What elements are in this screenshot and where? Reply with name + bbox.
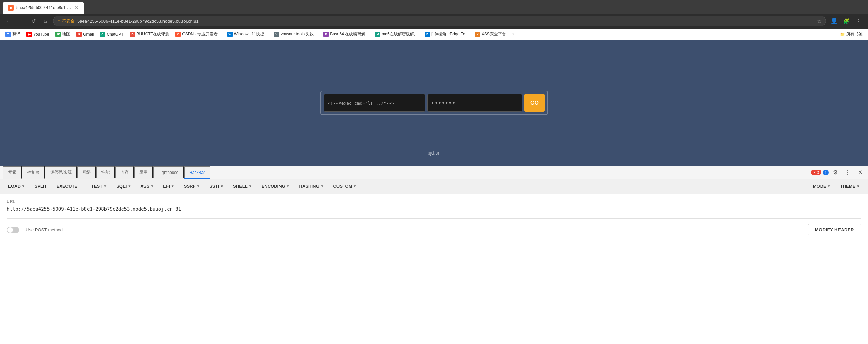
gmail-favicon: G — [76, 32, 82, 37]
hackbar-custom-btn[interactable]: CUSTOM ▼ — [329, 182, 361, 191]
edge-favicon: E — [425, 32, 430, 37]
go-btn[interactable]: GO — [524, 94, 545, 112]
nav-actions: 👤 🧩 ⋮ — [829, 16, 864, 26]
bookmark-ditu[interactable]: 🗺 地图 — [53, 30, 73, 38]
translate-favicon: T — [5, 32, 11, 37]
tab-hackbar[interactable]: HackBar — [184, 166, 210, 179]
hackbar-ssrf-btn[interactable]: SSRF ▼ — [180, 182, 204, 191]
cmd-input[interactable]: <!--#exec cmd="ls ../"--> — [324, 94, 425, 112]
devtools-more-btn[interactable]: ⋮ — [842, 167, 853, 178]
tab-network[interactable]: 网络 — [77, 166, 96, 179]
modify-header-btn[interactable]: MODIFY HEADER — [808, 224, 861, 235]
tab-close-btn[interactable]: ✕ — [75, 5, 79, 11]
hackbar-xss-btn[interactable]: XSS ▼ — [136, 182, 158, 191]
devtools-settings-btn[interactable]: ⚙ — [830, 167, 841, 178]
hackbar-right: MODE ▼ THEME ▼ — [805, 182, 864, 191]
youtube-favicon: ▶ — [26, 32, 32, 37]
more-bookmarks-label: » — [512, 32, 515, 37]
info-badge: 1 — [823, 170, 829, 175]
bookmark-allbookmarks[interactable]: 📁 所有书签 — [837, 30, 865, 38]
csdn-favicon: C — [175, 32, 181, 37]
bookmark-csdn[interactable]: C CSDN - 专业开发者... — [173, 30, 224, 38]
address-bar[interactable]: ⚠ 不安全 5aea4255-5009-411e-b8e1-298b79c2dc… — [53, 16, 826, 26]
theme-arrow-icon: ▼ — [856, 184, 860, 188]
hackbar-ssti-btn[interactable]: SSTI ▼ — [205, 182, 228, 191]
hashing-arrow-icon: ▼ — [321, 184, 324, 188]
more-btn[interactable]: ⋮ — [853, 16, 864, 26]
hackbar-encoding-btn[interactable]: ENCODING ▼ — [257, 182, 294, 191]
bookmark-xss-label: XSS安全平台 — [482, 31, 506, 37]
ditu-favicon: 🗺 — [55, 32, 61, 37]
toolbar-separator-2 — [806, 182, 806, 191]
bookmark-csdn-label: CSDN - 专业开发者... — [182, 31, 221, 37]
chatgpt-favicon: C — [100, 32, 105, 37]
bookmark-vmware[interactable]: V vmware tools 失效... — [271, 30, 320, 38]
bookmark-xss[interactable]: X XSS安全平台 — [472, 30, 509, 38]
sqli-arrow-icon: ▼ — [128, 184, 131, 188]
tab-favicon: B — [8, 5, 14, 11]
bookmark-gmail[interactable]: G Gmail — [74, 30, 96, 38]
hackbar-hashing-btn[interactable]: HASHING ▼ — [295, 182, 328, 191]
address-text: 5aea4255-5009-411e-b8e1-298b79c2dc53.nod… — [77, 19, 814, 24]
reload-btn[interactable]: ↺ — [28, 16, 38, 26]
folder-icon: 📁 — [840, 32, 845, 37]
hackbar-execute-btn[interactable]: EXECUTE — [53, 182, 81, 191]
hackbar-lfi-btn[interactable]: LFI ▼ — [159, 182, 178, 191]
bookmark-chatgpt-label: ChatGPT — [107, 32, 124, 37]
page-footer: bjd.cn — [428, 150, 440, 156]
tab-lighthouse[interactable]: Lighthouse — [153, 166, 184, 179]
shell-arrow-icon: ▼ — [249, 184, 252, 188]
password-input[interactable]: ••••••• — [427, 94, 522, 112]
hackbar-shell-btn[interactable]: SHELL ▼ — [229, 182, 256, 191]
tab-sources[interactable]: 源代码/来源 — [45, 166, 77, 179]
bookmark-base64[interactable]: B Base64 在线编码解... — [321, 30, 371, 38]
encoding-arrow-icon: ▼ — [286, 184, 290, 188]
nav-bar: ← → ↺ ⌂ ⚠ 不安全 5aea4255-5009-411e-b8e1-29… — [0, 14, 868, 29]
tab-console[interactable]: 控制台 — [22, 166, 45, 179]
hackbar-mode-btn[interactable]: MODE ▼ — [809, 182, 835, 191]
tab-application[interactable]: 应用 — [134, 166, 153, 179]
bookmark-chatgpt[interactable]: C ChatGPT — [97, 30, 127, 38]
devtools-tabs: 元素 控制台 源代码/来源 网络 性能 内存 应用 Lighthouse Hac… — [0, 166, 868, 179]
hackbar-test-btn[interactable]: TEST ▼ — [87, 182, 111, 191]
xss-arrow-icon: ▼ — [150, 184, 154, 188]
error-icon: ✕ — [813, 170, 816, 175]
bookmark-buuctf-label: BUUCTF在线评测 — [137, 31, 170, 37]
back-btn[interactable]: ← — [4, 16, 14, 26]
devtools-close-btn[interactable]: ✕ — [854, 167, 865, 178]
bookmark-buuctf[interactable]: B BUUCTF在线评测 — [127, 30, 172, 38]
bookmark-edge[interactable]: E [~]#棱角 ::Edge.Fo... — [422, 30, 471, 38]
xss-favicon: X — [475, 32, 480, 37]
tab-memory[interactable]: 内存 — [115, 166, 134, 179]
ssti-arrow-icon: ▼ — [220, 184, 224, 188]
tab-elements[interactable]: 元素 — [3, 166, 22, 179]
bookmark-icon[interactable]: ☆ — [817, 18, 822, 24]
lfi-arrow-icon: ▼ — [171, 184, 174, 188]
windows-favicon: W — [227, 32, 233, 37]
url-value[interactable]: http://5aea4255-5009-411e-b8e1-298b79c2d… — [7, 206, 861, 212]
active-tab[interactable]: B 5aea4255-5009-411e-b8e1-298b79c2dc53.n… — [3, 2, 84, 14]
bookmarks-bar: T 翻译 ▶ YouTube 🗺 地图 G Gmail C ChatGPT B … — [0, 29, 868, 40]
tab-performance[interactable]: 性能 — [96, 166, 115, 179]
bookmark-ditu-label: 地图 — [62, 31, 70, 37]
extensions-btn[interactable]: 🧩 — [841, 16, 852, 26]
bookmark-more[interactable]: » — [509, 31, 517, 38]
md5-favicon: M — [375, 32, 380, 37]
base64-favicon: B — [323, 32, 329, 37]
profile-btn[interactable]: 👤 — [829, 16, 840, 26]
bookmark-windows[interactable]: W Windows 11快捷... — [225, 30, 270, 38]
bookmark-translate[interactable]: T 翻译 — [3, 30, 23, 38]
forward-btn[interactable]: → — [16, 16, 26, 26]
home-btn[interactable]: ⌂ — [41, 16, 50, 26]
hackbar-theme-btn[interactable]: THEME ▼ — [836, 182, 864, 191]
bookmark-vmware-label: vmware tools 失效... — [281, 31, 317, 37]
custom-arrow-icon: ▼ — [353, 184, 357, 188]
bookmark-youtube[interactable]: ▶ YouTube — [24, 30, 52, 38]
bookmark-md5[interactable]: M md5在线解密破解,... — [372, 30, 421, 38]
hackbar-sqli-btn[interactable]: SQLI ▼ — [112, 182, 135, 191]
hackbar-load-btn[interactable]: LOAD ▼ — [4, 182, 29, 191]
post-toggle[interactable] — [7, 227, 19, 233]
test-arrow-icon: ▼ — [103, 184, 107, 188]
allbookmarks-label: 所有书签 — [846, 31, 863, 37]
hackbar-split-btn[interactable]: SPLIT — [31, 182, 51, 191]
